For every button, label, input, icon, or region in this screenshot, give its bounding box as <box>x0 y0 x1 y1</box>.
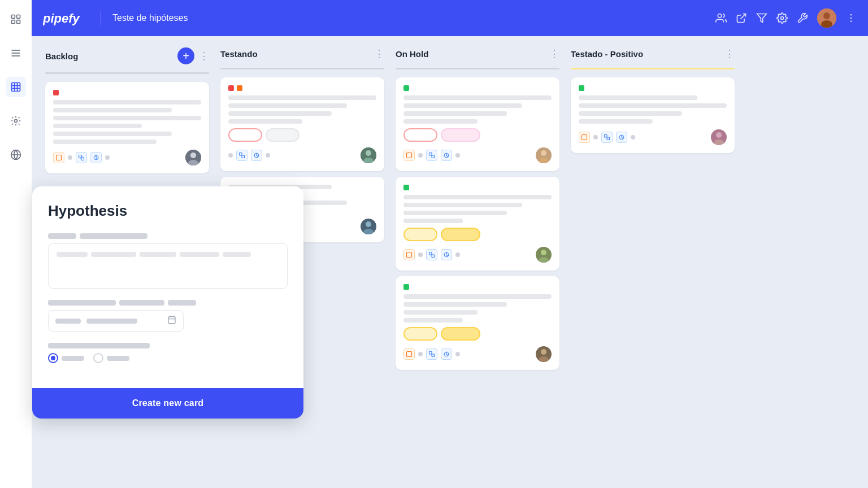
column-line-testado <box>571 68 735 69</box>
field3-label <box>48 343 288 348</box>
label-block-2b <box>119 300 164 306</box>
radio-option-2[interactable] <box>93 353 129 363</box>
card-icon-btn-p1[interactable] <box>579 132 590 143</box>
column-header-onhold: On Hold ⋮ <box>396 47 559 60</box>
card-icon-btn-p2[interactable] <box>601 132 613 143</box>
card-onhold-3[interactable] <box>396 276 559 370</box>
tag-outline-pink <box>403 128 437 142</box>
sidebar <box>0 0 32 488</box>
settings-icon[interactable] <box>776 12 788 24</box>
svg-point-42 <box>366 221 371 227</box>
svg-point-17 <box>781 17 784 20</box>
card-icon-btn-3[interactable] <box>90 152 102 163</box>
column-header-backlog: Backlog + ⋮ <box>45 47 209 64</box>
svg-point-49 <box>541 150 546 156</box>
date-input[interactable] <box>48 310 184 332</box>
radio-option-1[interactable] <box>48 353 84 363</box>
svg-point-22 <box>850 18 852 19</box>
users-icon[interactable] <box>715 12 727 24</box>
svg-point-70 <box>716 132 722 138</box>
column-menu-backlog[interactable]: ⋮ <box>199 50 209 62</box>
tag-red <box>228 128 262 142</box>
app-header: pipefy Teste de hipóteses <box>32 0 868 36</box>
svg-rect-65 <box>582 135 587 140</box>
svg-rect-66 <box>605 135 607 138</box>
svg-point-12 <box>15 120 18 123</box>
svg-rect-0 <box>12 15 15 19</box>
column-menu-onhold[interactable]: ⋮ <box>549 47 559 60</box>
card-avatar-o2 <box>536 247 552 263</box>
card-icons-t1 <box>228 150 270 161</box>
card-icon-btn-o2[interactable] <box>426 150 437 161</box>
filter-icon[interactable] <box>756 12 767 24</box>
card-onhold-2[interactable] <box>396 177 559 271</box>
sidebar-item-globe[interactable] <box>6 145 26 165</box>
svg-point-21 <box>850 14 852 16</box>
column-title-backlog: Backlog <box>45 51 173 61</box>
card-icon-btn-2[interactable] <box>76 152 87 163</box>
tag-orange-1 <box>403 228 437 241</box>
card-icon-btn-o3[interactable] <box>441 150 452 161</box>
label-block-1b <box>80 233 147 239</box>
card-avatar-o3 <box>536 346 552 362</box>
card-testando-1[interactable] <box>220 77 384 171</box>
svg-point-63 <box>541 349 546 355</box>
card-icon-btn-o5[interactable] <box>426 249 437 260</box>
sidebar-item-lists[interactable] <box>6 43 26 63</box>
user-avatar[interactable] <box>817 8 836 28</box>
card-icon-btn-p3[interactable] <box>616 132 627 143</box>
card-icons <box>53 152 110 163</box>
card-backlog-1[interactable] <box>45 82 209 173</box>
sidebar-item-dashboard[interactable] <box>6 9 26 29</box>
radio-outer-2 <box>93 353 103 363</box>
svg-rect-45 <box>429 153 432 156</box>
more-vertical-icon[interactable] <box>845 12 857 24</box>
date-placeholder-value <box>86 319 137 324</box>
card-icon-btn-o7[interactable] <box>403 348 415 360</box>
svg-rect-2 <box>12 20 15 24</box>
svg-rect-60 <box>432 354 435 357</box>
card-icon-btn-o4[interactable] <box>403 249 415 260</box>
card-icon-btn-t1[interactable] <box>236 150 248 161</box>
card-icon-btn-t2[interactable] <box>251 150 262 161</box>
card-icon-btn-o1[interactable] <box>403 150 415 161</box>
create-new-card-button[interactable]: Create new card <box>32 388 303 419</box>
svg-rect-26 <box>81 158 84 160</box>
svg-rect-46 <box>432 155 435 158</box>
column-line-backlog <box>45 72 209 74</box>
header-actions <box>715 8 857 28</box>
svg-rect-7 <box>12 83 20 91</box>
svg-rect-52 <box>429 252 432 255</box>
column-menu-testado[interactable]: ⋮ <box>724 47 735 60</box>
column-header-testando: Testando ⋮ <box>220 47 384 60</box>
sidebar-item-tables[interactable] <box>6 77 26 97</box>
card-onhold-1[interactable] <box>396 77 559 171</box>
card-icon-btn-o6[interactable] <box>441 249 452 260</box>
form-title: Hypothesis <box>48 202 288 220</box>
card-avatar-t2 <box>361 219 376 234</box>
column-testado-positivo: Testado - Positivo ⋮ <box>571 47 735 477</box>
tool-icon[interactable] <box>797 12 808 24</box>
column-line-onhold <box>396 68 559 69</box>
column-menu-testando[interactable]: ⋮ <box>374 47 384 60</box>
card-icon-btn-o9[interactable] <box>441 348 452 360</box>
field2-label <box>48 300 288 306</box>
sidebar-item-automations[interactable] <box>6 111 26 131</box>
card-icon-btn-1[interactable] <box>53 152 64 163</box>
field1-label <box>48 233 288 239</box>
svg-rect-1 <box>17 15 20 19</box>
hypothesis-textarea[interactable] <box>48 243 288 289</box>
calendar-icon <box>167 315 176 326</box>
card-avatar-t1 <box>361 147 376 163</box>
form-body: Hypothesis <box>32 186 303 388</box>
pipefy-logo: pipefy <box>43 10 94 26</box>
add-card-backlog-button[interactable]: + <box>177 47 194 64</box>
column-title-testado: Testado - Positivo <box>571 49 720 59</box>
date-section <box>48 300 288 332</box>
card-icon-btn-o8[interactable] <box>426 348 437 360</box>
svg-rect-72 <box>168 317 175 324</box>
card-testado-1[interactable] <box>571 77 735 153</box>
export-icon[interactable] <box>736 12 747 24</box>
tag-orange-2 <box>441 228 480 241</box>
svg-point-37 <box>366 150 371 156</box>
